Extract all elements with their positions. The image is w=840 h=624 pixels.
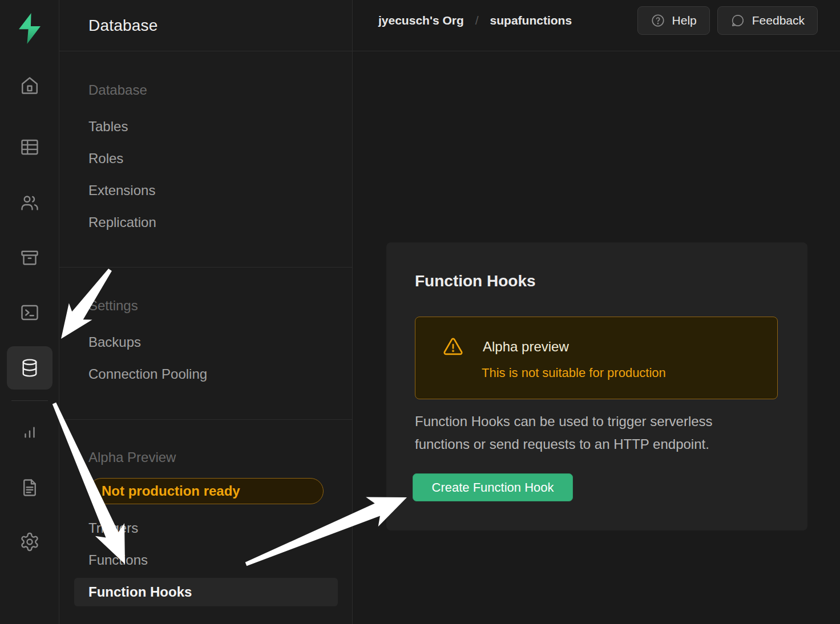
sidebar-divider (59, 267, 352, 268)
nav-database-button[interactable] (7, 346, 52, 390)
feedback-label: Feedback (752, 14, 805, 27)
top-header: jyecusch's Org / supafunctions Help Feed… (353, 0, 840, 51)
breadcrumb-org[interactable]: jyecusch's Org (378, 14, 464, 27)
create-function-hook-button[interactable]: Create Function Hook (413, 473, 573, 501)
storage-icon (19, 248, 40, 268)
sidebar-header: Database (59, 0, 352, 51)
alert-message: This is not suitable for production (482, 366, 666, 380)
breadcrumb-project[interactable]: supafunctions (490, 14, 572, 27)
reports-icon (19, 422, 40, 443)
home-icon (19, 75, 40, 96)
icon-rail (0, 0, 59, 624)
logs-icon (19, 477, 40, 498)
sidebar-item-function-hooks-selected[interactable]: Function Hooks (74, 578, 338, 606)
sidebar-item-replication[interactable]: Replication (88, 213, 156, 232)
feedback-bubble-icon (730, 13, 745, 28)
sidebar-title: Database (88, 17, 158, 35)
database-icon (19, 358, 40, 378)
nav-reports-button[interactable] (7, 411, 52, 454)
section-heading-alpha-preview: Alpha Preview (88, 448, 176, 467)
breadcrumb-separator: / (475, 14, 479, 27)
sidebar-item-connection-pooling[interactable]: Connection Pooling (88, 365, 207, 383)
nav-table-editor-button[interactable] (7, 125, 52, 169)
help-label: Help (672, 14, 697, 27)
sidebar-divider (59, 419, 352, 420)
cta-label: Create Function Hook (432, 480, 554, 495)
sidebar-item-triggers[interactable]: Triggers (88, 519, 138, 537)
section-heading-settings: Settings (88, 297, 138, 315)
auth-users-icon (19, 193, 40, 213)
section-heading-database: Database (88, 81, 147, 99)
warning-triangle-icon (442, 336, 465, 358)
sidebar-item-backups[interactable]: Backups (88, 333, 141, 351)
sql-editor-icon (19, 302, 40, 323)
sidebar-item-roles[interactable]: Roles (88, 149, 123, 168)
help-question-icon (651, 13, 665, 28)
sidebar-item-extensions[interactable]: Extensions (88, 181, 155, 200)
table-editor-icon (19, 137, 40, 157)
sidebar-item-tables[interactable]: Tables (88, 117, 128, 136)
nav-home-button[interactable] (7, 64, 52, 107)
selected-item-label: Function Hooks (88, 584, 192, 600)
app-window: Database Database Tables Roles Extension… (0, 0, 840, 624)
database-sidebar: Database Database Tables Roles Extension… (59, 0, 353, 624)
nav-settings-button[interactable] (7, 520, 52, 564)
nav-logs-button[interactable] (7, 466, 52, 509)
nav-sql-editor-button[interactable] (7, 291, 52, 334)
supabase-logo-icon[interactable] (15, 13, 45, 44)
not-production-ready-badge: Not production ready (88, 478, 324, 504)
card-description: Function Hooks can be used to trigger se… (415, 410, 769, 456)
nav-auth-button[interactable] (7, 181, 52, 225)
feedback-button[interactable]: Feedback (717, 6, 818, 35)
badge-label: Not production ready (102, 483, 240, 499)
rail-divider (11, 400, 48, 401)
alpha-preview-alert: Alpha preview This is not suitable for p… (415, 317, 778, 399)
help-button[interactable]: Help (637, 6, 710, 35)
page-title: Function Hooks (415, 272, 536, 290)
nav-storage-button[interactable] (7, 236, 52, 279)
function-hooks-card: Function Hooks Alpha preview This is not… (386, 242, 807, 530)
main-content: Function Hooks Alpha preview This is not… (353, 51, 840, 624)
alert-title: Alpha preview (483, 339, 569, 355)
settings-gear-icon (19, 532, 40, 552)
sidebar-item-functions[interactable]: Functions (88, 551, 148, 569)
